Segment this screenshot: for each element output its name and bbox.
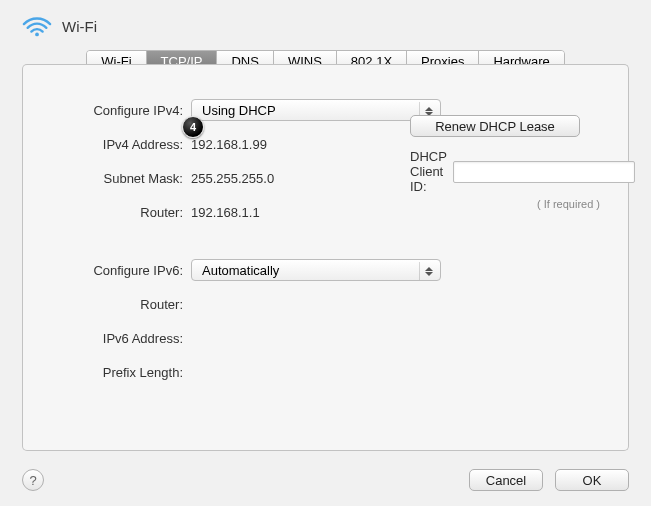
- dhcp-client-id-label: DHCP Client ID:: [410, 149, 447, 194]
- dialog-footer: ? Cancel OK: [0, 454, 651, 506]
- ok-button[interactable]: OK: [555, 469, 629, 491]
- ipv4-router-label: Router:: [43, 205, 191, 220]
- configure-ipv4-label: Configure IPv4:: [43, 103, 191, 118]
- network-advanced-window: Wi-Fi Wi-Fi TCP/IP DNS WINS 802.1X Proxi…: [0, 0, 651, 506]
- cancel-button[interactable]: Cancel: [469, 469, 543, 491]
- dhcp-client-id-hint: ( If required ): [410, 198, 600, 210]
- tcpip-panel: Configure IPv4: Using DHCP 4 IPv4 Addres…: [22, 73, 629, 451]
- wifi-icon: [22, 14, 52, 38]
- svg-point-0: [35, 33, 39, 37]
- subnet-mask-value: 255.255.255.0: [191, 171, 274, 186]
- step-annotation-badge: 4: [182, 116, 204, 138]
- ipv6-address-label: IPv6 Address:: [43, 331, 191, 346]
- configure-ipv4-select[interactable]: Using DHCP: [191, 99, 441, 121]
- configure-ipv6-select[interactable]: Automatically: [191, 259, 441, 281]
- configure-ipv4-value: Using DHCP: [202, 103, 276, 118]
- subnet-mask-label: Subnet Mask:: [43, 171, 191, 186]
- chevron-updown-icon: [419, 262, 437, 280]
- ipv4-router-value: 192.168.1.1: [191, 205, 260, 220]
- ipv4-address-value: 192.168.1.99: [191, 137, 267, 152]
- window-header: Wi-Fi: [0, 0, 651, 48]
- configure-ipv6-label: Configure IPv6:: [43, 263, 191, 278]
- prefix-length-label: Prefix Length:: [43, 365, 191, 380]
- ipv6-router-label: Router:: [43, 297, 191, 312]
- dhcp-side-block: Renew DHCP Lease DHCP Client ID: ( If re…: [410, 115, 600, 210]
- help-button[interactable]: ?: [22, 469, 44, 491]
- configure-ipv6-value: Automatically: [202, 263, 279, 278]
- ipv4-address-label: IPv4 Address:: [43, 137, 191, 152]
- window-title: Wi-Fi: [62, 18, 97, 35]
- renew-dhcp-lease-button[interactable]: Renew DHCP Lease: [410, 115, 580, 137]
- dhcp-client-id-input[interactable]: [453, 161, 635, 183]
